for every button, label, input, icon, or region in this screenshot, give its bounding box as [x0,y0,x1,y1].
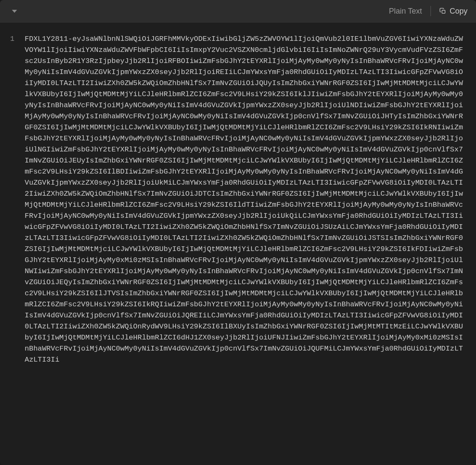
copy-label: Copy [450,7,467,16]
line-numbers-gutter: 1 [0,34,21,465]
code-content[interactable]: FDXL1Y2811-eyJsaWNlbnNlSWQiOiJGRFhMMVkyO… [21,34,476,465]
header-right: Plain Text Copy [389,6,467,16]
language-label[interactable]: Plain Text [389,7,422,16]
copy-icon [439,8,446,14]
code-block-container: Plain Text Copy 1 FDXL1Y2811-eyJsaWNlbnN… [0,0,476,465]
line-number: 1 [7,34,14,45]
svg-rect-0 [442,10,445,13]
header-left [9,10,17,13]
copy-button[interactable]: Copy [439,7,467,16]
chevron-down-icon[interactable] [12,10,17,13]
code-area: 1 FDXL1Y2811-eyJsaWNlbnNlSWQiOiJGRFhMMVk… [0,23,476,465]
header-divider [430,6,431,16]
code-block-header: Plain Text Copy [0,0,476,23]
